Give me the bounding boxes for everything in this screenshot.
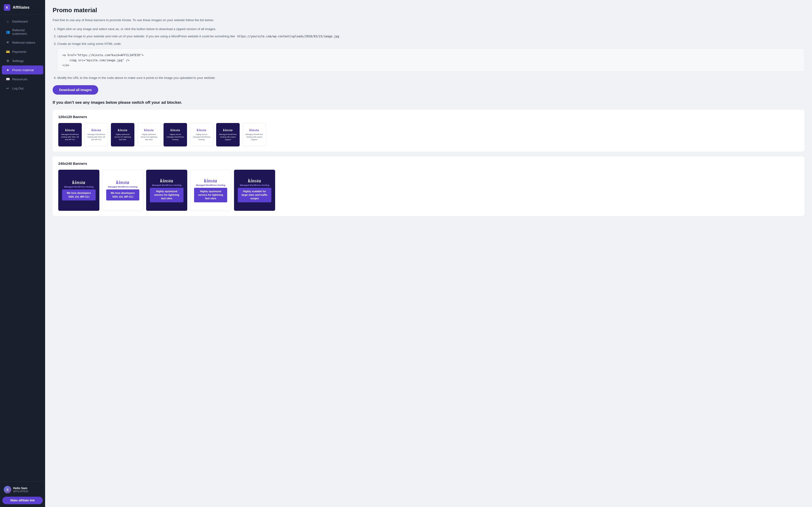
dashboard-icon: ⌂ (6, 19, 10, 23)
payments-icon: 💳 (6, 50, 10, 54)
sidebar-item-dashboard[interactable]: ⌂ Dashboard (2, 17, 43, 26)
main-content: Promo material Feel free to use any of t… (45, 0, 812, 507)
promo-material-icon: ★ (6, 68, 10, 72)
sidebar-item-label: Promo material (12, 68, 34, 72)
banner-240-4: kinsta Managed WordPress Hosting Highly … (234, 170, 275, 211)
sidebar-item-log-out[interactable]: ↩ Log Out (2, 84, 43, 93)
banner-240-2: kinsta Managed WordPress Hosting Highly … (146, 170, 187, 211)
sidebar-item-payments[interactable]: 💳 Payments (2, 47, 43, 56)
intro-text: Feel free to use any of these banners to… (53, 17, 805, 23)
user-name: Hello Sam (13, 487, 29, 490)
sidebar-item-settings[interactable]: ⚙ Settings (2, 56, 43, 65)
sidebar-item-label: Referred customers (12, 29, 40, 36)
settings-icon: ⚙ (6, 59, 10, 63)
step-1: Right click on any image and select save… (57, 26, 805, 32)
banner-120-2: kinsta Highly optimized servers for ligh… (111, 123, 135, 147)
banners-120-section: 120x120 Banners kinsta Managed WordPress… (53, 110, 805, 152)
user-id: AFFILIATEID (13, 490, 29, 493)
sidebar-item-label: Settings (12, 59, 24, 63)
banners-240-section: 240x240 Banners kinsta Managed WordPress… (53, 156, 805, 216)
step-4: Modify the URL to the image in the code … (57, 75, 805, 80)
sidebar-logo: K Affiliates (0, 0, 45, 15)
user-text: Hello Sam AFFILIATEID (13, 487, 29, 493)
make-affiliate-link-button[interactable]: Make affiliate link (2, 497, 43, 504)
sidebar-item-label: Referred visitors (12, 41, 35, 44)
code-block: <a href="https://kinsta.com?kaid=AFFILIA… (57, 49, 805, 72)
sidebar-item-referred-visitors[interactable]: 👁 Referred visitors (2, 38, 43, 47)
sidebar-bottom: S Hello Sam AFFILIATEID Make affiliate l… (0, 482, 45, 507)
sidebar-item-label: Payments (12, 50, 26, 54)
user-info: S Hello Sam AFFILIATEID (2, 485, 43, 496)
sidebar-navigation: ⌂ Dashboard 👥 Referred customers 👁 Refer… (0, 15, 45, 482)
banner-120-6: kinsta Managed WordPress hosting with ex… (216, 123, 240, 147)
referred-customers-icon: 👥 (6, 30, 10, 34)
step-2: Upload the image to your website and not… (57, 34, 805, 39)
banners-240-title: 240x240 Banners (58, 162, 799, 165)
banner-120-3: kinsta Highly optimized servers for ligh… (137, 123, 161, 147)
banners-240-grid: kinsta Managed WordPress Hosting We love… (58, 170, 799, 211)
banner-240-0: kinsta Managed WordPress Hosting We love… (58, 170, 99, 211)
banner-120-0: kinsta Managed WordPress hosting with SS… (58, 123, 82, 147)
log-out-icon: ↩ (6, 86, 10, 91)
banner-120-7: kinsta Managed WordPress hosting with ex… (243, 123, 266, 147)
sidebar-item-promo-material[interactable]: ★ Promo material (2, 65, 43, 74)
kinsta-logo-icon: K (4, 4, 10, 11)
referred-visitors-icon: 👁 (6, 40, 10, 45)
banners-120-grid: kinsta Managed WordPress hosting with SS… (58, 123, 799, 147)
sidebar-item-label: Dashboard (12, 20, 28, 23)
banner-120-1: kinsta Managed WordPress hosting with SS… (85, 123, 108, 147)
page-title: Promo material (53, 7, 805, 14)
code-url: https://yoursite.com/wp-content/uploads/… (236, 34, 341, 39)
sidebar: K Affiliates ⌂ Dashboard 👥 Referred cust… (0, 0, 45, 507)
banner-240-3: kinsta Managed WordPress Hosting Highly … (190, 170, 231, 211)
download-all-images-button[interactable]: Download all images (53, 85, 98, 95)
banners-120-title: 120x120 Banners (58, 115, 799, 119)
resources-icon: 📖 (6, 77, 10, 81)
banner-120-4: kinsta Highly secure managed WordPress h… (163, 123, 187, 147)
sidebar-item-label: Resources (12, 77, 28, 81)
sidebar-item-referred-customers[interactable]: 👥 Referred customers (2, 26, 43, 38)
sidebar-title: Affiliates (13, 5, 30, 10)
banner-120-5: kinsta Highly secure managed WordPress h… (190, 123, 213, 147)
banner-240-1: kinsta Managed WordPress Hosting We love… (102, 170, 143, 211)
avatar: S (4, 486, 11, 493)
sidebar-item-resources[interactable]: 📖 Resources (2, 75, 43, 83)
step-3: Create an image link using some HTML cod… (57, 41, 805, 72)
steps-list: Right click on any image and select save… (53, 26, 805, 80)
ad-blocker-warning: If you don't see any images below please… (53, 100, 805, 105)
sidebar-item-label: Log Out (12, 87, 23, 90)
